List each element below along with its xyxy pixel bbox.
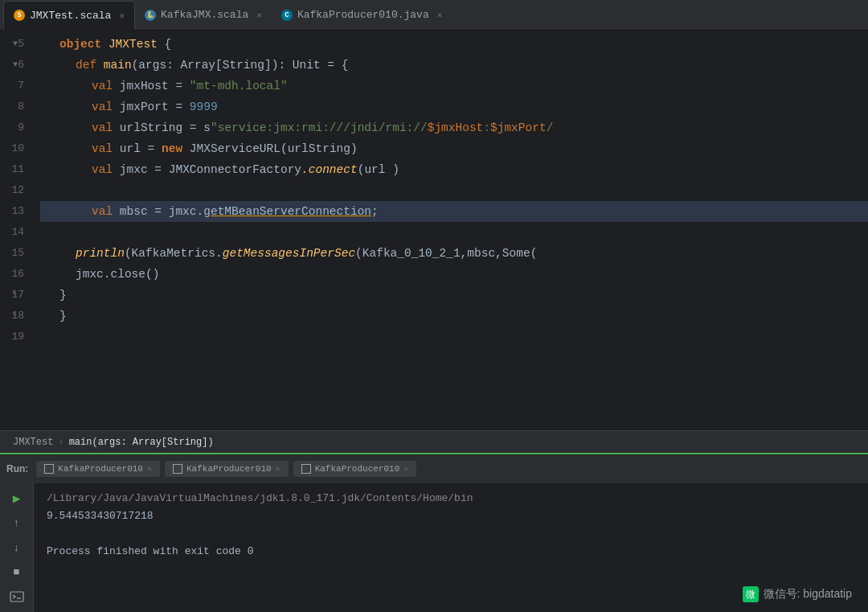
run-sidebar: ▶ ↑ ↓ ■ [0, 483, 34, 612]
line-num-9: 9 [0, 117, 31, 138]
tab-jmxtest[interactable]: S JMXTest.scala ✕ [3, 1, 135, 30]
run-tab-close-2[interactable]: ✕ [276, 464, 280, 474]
breadcrumb-separator: › [58, 437, 63, 448]
line-num-18: └ 18 [0, 306, 31, 327]
code-line-7: val jmxHost = "mt-mdh.local" [40, 76, 868, 97]
run-tab-label-1: KafkaProducer010 [58, 464, 143, 474]
code-line-5: object JMXTest { [40, 34, 868, 55]
fold-icon-6: ▼ [13, 55, 18, 76]
run-output-value: 9.544533430717218 [47, 507, 855, 525]
breadcrumb-bar: JMXTest › main(args: Array[String]) [0, 430, 868, 453]
tab-bar: S JMXTest.scala ✕ 🐍 KafkaJMX.scala ✕ C K… [0, 0, 868, 31]
run-panel: Run: KafkaProducer010 ✕ KafkaProducer010… [0, 453, 868, 612]
tab-label-kafkajmx: KafkaJMX.scala [161, 9, 248, 21]
code-line-19 [40, 327, 868, 347]
run-tabs-bar: Run: KafkaProducer010 ✕ KafkaProducer010… [0, 454, 868, 483]
breadcrumb-current: main(args: Array[String]) [69, 437, 214, 448]
run-tab-label-2: KafkaProducer010 [186, 464, 272, 474]
code-line-15: println(KafkaMetrics.getMessagesInPerSec… [40, 243, 868, 264]
line-num-15: 15 [0, 243, 31, 264]
svg-rect-0 [10, 592, 23, 602]
code-line-10: val url = new JMXServiceURL(urlString) [40, 138, 868, 159]
run-stop-button[interactable]: ■ [6, 563, 28, 581]
code-line-17: } [40, 285, 868, 306]
fold-icon-18: └ [11, 306, 16, 327]
tab-close-kafkajmx[interactable]: ✕ [256, 10, 262, 20]
run-console-button[interactable] [6, 588, 28, 606]
line-num-8: 8 [0, 97, 31, 117]
line-numbers: ▶ ▼ 5 ▶ ▼ 6 7 8 9 10 11 12 13 14 15 16 └… [0, 31, 40, 430]
run-output-path: /Library/Java/JavaVirtualMachines/jdk1.8… [47, 490, 855, 507]
watermark: 微 微信号: bigdatatip [743, 586, 853, 602]
run-output-empty [47, 525, 855, 543]
code-line-11: val jmxc = JMXConnectorFactory.connect(u… [40, 159, 868, 180]
code-line-9: val urlString = s"service:jmx:rmi:///jnd… [40, 117, 868, 138]
run-tab-3[interactable]: KafkaProducer010 ✕ [293, 461, 417, 477]
code-lines[interactable]: object JMXTest { def main(args: Array[St… [40, 31, 868, 430]
run-tab-2[interactable]: KafkaProducer010 ✕ [165, 461, 289, 477]
editor-area: ▶ ▼ 5 ▶ ▼ 6 7 8 9 10 11 12 13 14 15 16 └… [0, 31, 868, 453]
line-num-19: 19 [0, 327, 31, 347]
line-num-5: ▶ ▼ 5 [0, 34, 31, 55]
run-content: ▶ ↑ ↓ ■ /Library/Java/JavaVirtualMachine… [0, 483, 868, 612]
run-output: /Library/Java/JavaVirtualMachines/jdk1.8… [34, 483, 868, 612]
line-num-12: 12 [0, 180, 31, 201]
tab-icon-kafkajmx: 🐍 [145, 10, 156, 21]
run-play-button[interactable]: ▶ [6, 490, 28, 507]
line-num-7: 7 [0, 76, 31, 97]
run-label: Run: [6, 463, 28, 474]
code-line-12 [40, 180, 868, 201]
code-line-6: def main(args: Array[String]): Unit = { [40, 55, 868, 76]
run-tab-close-3[interactable]: ✕ [403, 464, 408, 474]
tab-icon-kafkaproducer: C [281, 10, 293, 21]
tab-close-kafkaproducer[interactable]: ✕ [437, 10, 443, 20]
code-container[interactable]: ▶ ▼ 5 ▶ ▼ 6 7 8 9 10 11 12 13 14 15 16 └… [0, 31, 868, 430]
code-line-16: jmxc.close() [40, 264, 868, 285]
run-tab-icon-1 [44, 464, 54, 474]
tab-kafkajmx[interactable]: 🐍 KafkaJMX.scala ✕ [135, 1, 272, 30]
code-line-18: } [40, 306, 868, 327]
run-tab-close-1[interactable]: ✕ [147, 464, 152, 474]
code-line-14 [40, 222, 868, 243]
tab-close-jmxtest[interactable]: ✕ [119, 10, 125, 21]
run-tab-label-3: KafkaProducer010 [315, 464, 400, 474]
line-num-16: 16 [0, 264, 31, 285]
code-line-8: val jmxPort = 9999 [40, 97, 868, 117]
run-tab-icon-2 [173, 464, 182, 474]
line-num-10: 10 [0, 138, 31, 159]
run-output-exit: Process finished with exit code 0 [47, 543, 855, 561]
tab-label-jmxtest: JMXTest.scala [30, 10, 111, 22]
tab-icon-jmxtest: S [14, 10, 25, 21]
line-num-6: ▶ ▼ 6 [0, 55, 31, 76]
line-num-13: 13 [0, 201, 31, 222]
run-tab-icon-3 [301, 464, 311, 474]
run-tab-1[interactable]: KafkaProducer010 ✕ [36, 461, 160, 477]
tab-label-kafkaproducer: KafkaProducer010.java [297, 9, 429, 21]
fold-icon-17: └ [11, 285, 16, 306]
run-up-button[interactable]: ↑ [6, 514, 28, 532]
run-down-button[interactable]: ↓ [6, 539, 28, 557]
line-num-17: └ 17 [0, 285, 31, 306]
wechat-icon: 微 [743, 586, 759, 602]
line-num-11: 11 [0, 159, 31, 180]
breadcrumb-item-1: JMXTest [13, 437, 53, 448]
fold-icon-5: ▼ [13, 34, 18, 55]
watermark-text: 微信号: bigdatatip [764, 587, 853, 602]
line-num-14: 14 [0, 222, 31, 243]
tab-kafkaproducer[interactable]: C KafkaProducer010.java ✕ [272, 1, 452, 30]
code-line-13: val mbsc = jmxc.getMBeanServerConnection… [40, 201, 868, 222]
